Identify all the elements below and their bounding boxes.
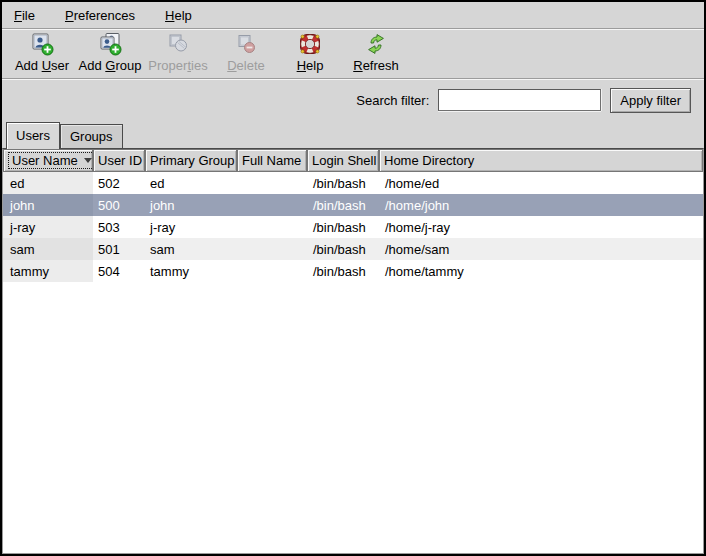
search-filter-row: Search filter: Apply filter	[2, 80, 704, 120]
search-filter-input[interactable]	[438, 89, 601, 111]
add-user-label: Add User	[15, 59, 69, 73]
properties-icon	[166, 32, 190, 56]
properties-label: Properties	[148, 59, 207, 73]
help-button[interactable]: Help	[280, 32, 340, 76]
add-group-icon	[98, 32, 122, 56]
table-row-john-selected[interactable]: john 500 john /bin/bash /home/john	[3, 194, 703, 216]
sort-descending-icon	[84, 158, 92, 163]
table-row-sam[interactable]: sam 501 sam /bin/bash /home/sam	[3, 238, 703, 260]
delete-label: Delete	[227, 59, 265, 73]
properties-button: Properties	[144, 32, 212, 76]
menu-file[interactable]: File	[12, 6, 37, 25]
refresh-icon	[364, 32, 388, 56]
help-icon	[298, 32, 322, 56]
refresh-button[interactable]: Refresh	[340, 32, 412, 76]
tab-groups[interactable]: Groups	[60, 124, 123, 148]
table-row-j-ray[interactable]: j-ray 503 j-ray /bin/bash /home/j-ray	[3, 216, 703, 238]
column-header-user-name[interactable]: User Name	[3, 149, 93, 172]
column-header-primary-group[interactable]: Primary Group	[145, 149, 237, 172]
table-row-tammy[interactable]: tammy 504 tammy /bin/bash /home/tammy	[3, 260, 703, 282]
delete-icon	[234, 32, 258, 56]
help-label: Help	[297, 59, 324, 73]
refresh-label: Refresh	[353, 59, 399, 73]
add-user-icon	[30, 32, 54, 56]
users-table: User Name User ID Primary Group Full Nam…	[2, 148, 704, 554]
table-header-row: User Name User ID Primary Group Full Nam…	[3, 149, 703, 172]
menu-bar: File Preferences Help	[2, 2, 704, 28]
delete-button: Delete	[212, 32, 280, 76]
table-row-ed[interactable]: ed 502 ed /bin/bash /home/ed	[3, 172, 703, 194]
column-header-home-directory[interactable]: Home Directory	[379, 149, 703, 172]
menu-preferences[interactable]: Preferences	[63, 6, 137, 25]
tab-users[interactable]: Users	[6, 122, 60, 149]
column-header-user-id[interactable]: User ID	[93, 149, 145, 172]
tab-strip: Users Groups	[2, 120, 704, 148]
apply-filter-button[interactable]: Apply filter	[610, 88, 691, 113]
toolbar: Add User Add Group	[2, 30, 704, 78]
column-header-login-shell[interactable]: Login Shell	[307, 149, 379, 172]
user-manager-window: File Preferences Help Add User	[0, 0, 706, 556]
search-filter-label: Search filter:	[356, 93, 429, 108]
add-group-label: Add Group	[79, 59, 142, 73]
add-group-button[interactable]: Add Group	[76, 32, 144, 76]
column-header-full-name[interactable]: Full Name	[237, 149, 307, 172]
menu-help[interactable]: Help	[163, 6, 194, 25]
add-user-button[interactable]: Add User	[8, 32, 76, 76]
